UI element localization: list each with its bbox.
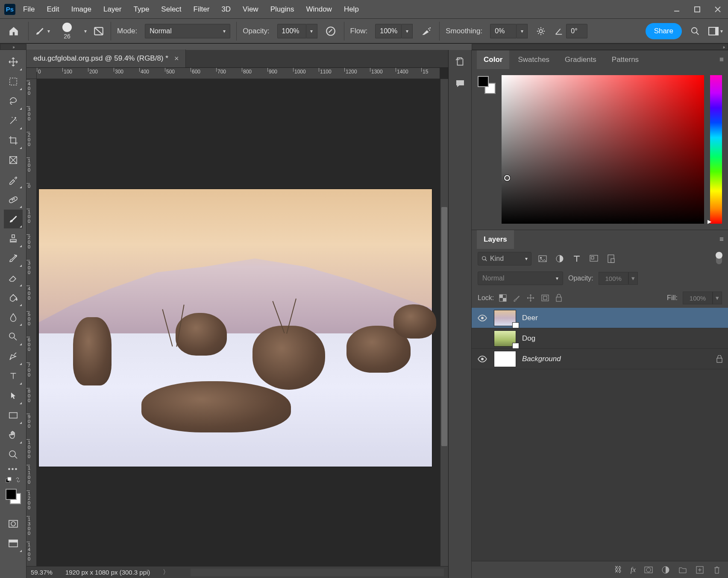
panel-menu-button[interactable]: ≡ (719, 235, 724, 244)
status-zoom[interactable]: 59.37% (31, 569, 53, 576)
layer-name[interactable]: Dog (522, 334, 535, 343)
foreground-color-swatch[interactable] (6, 489, 17, 500)
lock-transparent-icon[interactable] (499, 294, 507, 302)
menu-edit[interactable]: Edit (47, 5, 59, 14)
document-tab[interactable]: edu.gcfglobal.org.psd @ 59.4% (RGB/8) * … (26, 50, 186, 67)
filter-adjustment-icon[interactable] (554, 253, 566, 265)
swap-default-colors[interactable] (6, 477, 21, 483)
lock-all-icon[interactable] (555, 294, 562, 302)
lock-position-icon[interactable] (526, 294, 535, 302)
chevron-down-icon[interactable]: ▾ (84, 28, 87, 34)
brush-settings-button[interactable] (93, 25, 105, 37)
vertical-scrollbar[interactable] (440, 79, 448, 566)
opacity-pressure-button[interactable] (323, 24, 338, 38)
layer-fill-input[interactable]: 100% (683, 292, 713, 304)
layer-mask-icon[interactable] (644, 566, 653, 574)
history-brush-tool[interactable] (4, 249, 23, 268)
tab-patterns[interactable]: Patterns (605, 50, 646, 69)
menu-file[interactable]: File (23, 5, 35, 14)
menu-filter[interactable]: Filter (194, 5, 210, 14)
tab-layers[interactable]: Layers (477, 230, 514, 249)
share-button[interactable]: Share (646, 23, 682, 39)
frame-tool[interactable] (4, 151, 23, 169)
layer-fx-icon[interactable]: fx (631, 566, 636, 574)
fg-bg-color-swatches[interactable] (5, 488, 22, 505)
crop-tool[interactable] (4, 131, 23, 150)
workspace-switcher[interactable]: ▾ (708, 24, 723, 38)
layer-blend-dropdown[interactable]: Normal ▾ (478, 271, 563, 285)
lock-paint-icon[interactable] (513, 294, 520, 302)
filter-smart-icon[interactable] (605, 253, 617, 265)
zoom-tool[interactable] (4, 445, 23, 464)
gradient-tool[interactable] (4, 288, 23, 307)
hand-tool[interactable] (4, 426, 23, 444)
tab-swatches[interactable]: Swatches (511, 50, 556, 69)
search-button[interactable] (688, 24, 702, 38)
new-layer-icon[interactable] (696, 566, 704, 574)
smoothing-input[interactable]: 0% ▾ (490, 24, 528, 38)
link-layers-icon[interactable]: ⛓ (614, 565, 622, 574)
dodge-tool[interactable] (4, 327, 23, 346)
menu-select[interactable]: Select (161, 5, 181, 14)
close-icon[interactable]: × (174, 54, 179, 63)
home-button[interactable] (5, 23, 22, 40)
current-tool-indicator[interactable]: ▾ (35, 26, 50, 36)
lock-artboard-icon[interactable] (541, 294, 549, 302)
layer-thumbnail[interactable] (494, 310, 516, 326)
menu-plugins[interactable]: Plugins (270, 5, 294, 14)
menu-window[interactable]: Window (306, 5, 332, 14)
tab-gradients[interactable]: Gradients (558, 50, 603, 69)
quick-select-tool[interactable] (4, 111, 23, 130)
menu-help[interactable]: Help (344, 5, 359, 14)
blur-tool[interactable] (4, 308, 23, 327)
adjustment-layer-icon[interactable] (661, 566, 670, 574)
tab-color[interactable]: Color (477, 50, 509, 69)
menu-type[interactable]: Type (133, 5, 149, 14)
eraser-tool[interactable] (4, 269, 23, 287)
quickmask-button[interactable] (4, 514, 23, 533)
blend-mode-dropdown[interactable]: Normal ▾ (145, 24, 230, 38)
menu-layer[interactable]: Layer (103, 5, 122, 14)
history-panel-icon[interactable] (453, 54, 467, 69)
filter-pixel-icon[interactable] (537, 253, 549, 265)
layer-name[interactable]: Background (522, 355, 561, 363)
brush-preset-picker[interactable]: 26 (58, 23, 76, 40)
stamp-tool[interactable] (4, 229, 23, 248)
color-field[interactable] (502, 75, 704, 224)
hue-slider[interactable] (710, 75, 722, 224)
brush-angle-control[interactable]: 0° (554, 24, 587, 38)
type-tool[interactable] (4, 367, 23, 385)
color-panel-swatches[interactable] (478, 76, 496, 94)
filter-toggle[interactable] (716, 253, 722, 264)
edit-toolbar-button[interactable]: ••• (4, 465, 23, 473)
menu-view[interactable]: View (243, 5, 258, 14)
lasso-tool[interactable] (4, 92, 23, 111)
layer-filter-kind-dropdown[interactable]: Kind ▾ (478, 252, 531, 266)
window-minimize-button[interactable] (666, 0, 687, 19)
panel-menu-button[interactable]: ≡ (719, 55, 724, 64)
layer-visibility-toggle[interactable] (477, 356, 488, 362)
window-close-button[interactable] (707, 0, 728, 19)
layer-name[interactable]: Deer (522, 314, 538, 322)
eyedropper-tool[interactable] (4, 170, 23, 189)
horizontal-scrollbar[interactable] (191, 569, 444, 576)
status-dimensions[interactable]: 1920 px x 1080 px (300.3 ppi) (65, 569, 150, 576)
delete-layer-icon[interactable] (713, 566, 721, 574)
layer-thumbnail[interactable] (494, 330, 516, 347)
chevron-down-icon[interactable]: ▾ (713, 292, 722, 304)
brush-tool[interactable] (4, 210, 23, 228)
layer-item[interactable]: Background (472, 349, 728, 369)
screenmode-button[interactable] (4, 534, 23, 553)
healing-tool[interactable] (4, 190, 23, 209)
flow-input[interactable]: 100% ▾ (375, 24, 413, 38)
new-group-icon[interactable] (678, 566, 687, 574)
toolbox-collapse-handle[interactable]: ›› (0, 44, 26, 50)
filter-type-icon[interactable] (571, 253, 583, 265)
smoothing-options-button[interactable] (534, 24, 548, 38)
filter-shape-icon[interactable] (588, 253, 600, 265)
comments-panel-icon[interactable] (453, 76, 467, 91)
panels-collapse-handle[interactable]: ›› (472, 44, 728, 50)
layer-item[interactable]: Deer (472, 308, 728, 328)
chevron-down-icon[interactable]: ▾ (628, 272, 638, 285)
opacity-input[interactable]: 100% ▾ (277, 24, 317, 38)
